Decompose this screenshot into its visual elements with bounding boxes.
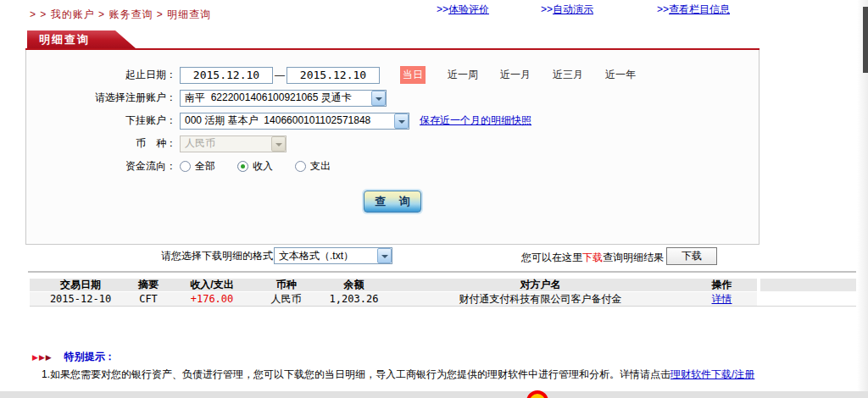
- cell-action: 详情: [687, 292, 757, 306]
- triple-arrow-icon: ▶▶▶: [32, 351, 53, 363]
- download-format-value: 文本格式（.txt）: [275, 249, 377, 263]
- chevron-down-icon: [271, 136, 286, 152]
- breadcrumb-item-account-query[interactable]: 账务查询: [108, 8, 153, 20]
- table-top-divider: [28, 271, 856, 273]
- table-row: 2015-12-10 CFT +176.00 人民币 1,203.26 财付通支…: [30, 292, 856, 307]
- link-prefix: >>: [437, 3, 448, 15]
- detail-query-panel: 明细查询 起止日期： — 当日 近一周 近一月 近三月 近一年 请选择注册账户：…: [25, 30, 760, 245]
- table-header-spacer: [760, 279, 856, 291]
- link-label: 自动演示: [553, 3, 593, 15]
- quick-range-week[interactable]: 近一周: [448, 68, 478, 82]
- radio-all[interactable]: [180, 161, 191, 172]
- cell-summary: CFT: [131, 292, 165, 306]
- breadcrumb: > > 我的账户 > 账务查询 > 明细查询: [30, 8, 211, 22]
- cell-balance: 1,203.26: [314, 292, 394, 306]
- cell-counterparty: 财付通支付科技有限公司客户备付金: [394, 292, 687, 306]
- download-format-select[interactable]: 文本格式（.txt）: [274, 247, 392, 264]
- header-date: 交易日期: [30, 279, 131, 291]
- chevron-down-icon[interactable]: [371, 91, 386, 106]
- header-balance: 余额: [314, 279, 394, 291]
- form-row-register-account: 请选择注册账户： 南平 6222001406100921065 灵通卡: [26, 86, 759, 109]
- currency-select-disabled: 人民币: [180, 135, 287, 152]
- breadcrumb-item-my-account[interactable]: 我的账户: [51, 8, 95, 20]
- form-row-fund-flow: 资金流向： 全部 收入 支出: [26, 155, 759, 178]
- chevron-down-icon[interactable]: [377, 248, 392, 263]
- page-root: > > 我的账户 > 账务查询 > 明细查询 >>体验评价 >>自动演示 >>查…: [0, 0, 868, 398]
- radio-expense-label[interactable]: 支出: [310, 159, 331, 174]
- table-header-row: 交易日期 摘要 收入/支出 币种 余额 对方户名 操作: [30, 279, 856, 291]
- notice-text: 1.如果您需要对您的银行资产、负债进行管理，您可以下载您的当日明细，导入工商银行…: [42, 368, 670, 380]
- notice-header: ▶▶▶ 特别提示：: [32, 350, 115, 364]
- sub-account-select[interactable]: 000 活期 基本户 1406600101102571848: [180, 113, 409, 130]
- download-format-label: 请您选择下载明细的格式: [161, 249, 273, 263]
- bottom-edge-strip: [0, 391, 868, 398]
- breadcrumb-item-detail-query[interactable]: 明细查询: [167, 8, 211, 20]
- quick-range-month[interactable]: 近一月: [500, 68, 531, 82]
- header-summary: 摘要: [131, 279, 165, 291]
- radio-expense[interactable]: [295, 161, 306, 172]
- download-button[interactable]: 下载: [666, 247, 717, 265]
- radio-all-label[interactable]: 全部: [195, 159, 215, 174]
- download-hint: 您可以在这里下载查询明细结果: [521, 251, 664, 265]
- cell-currency: 人民币: [259, 292, 314, 306]
- download-format-group: 请您选择下载明细的格式 文本格式（.txt）: [161, 247, 392, 264]
- sub-account-label: 下挂账户：: [26, 113, 176, 128]
- quick-range-today[interactable]: 当日: [400, 66, 426, 84]
- detail-link[interactable]: 详情: [712, 293, 732, 305]
- date-range-label: 起止日期：: [26, 68, 176, 82]
- date-to-input[interactable]: [287, 67, 380, 84]
- download-hint-suffix: 查询明细结果: [603, 252, 664, 263]
- fund-flow-radio-group: 全部 收入 支出: [180, 159, 353, 174]
- header-currency: 币种: [259, 279, 314, 291]
- cell-date: 2015-12-10: [30, 292, 131, 306]
- currency-value: 人民币: [181, 136, 271, 151]
- save-monthly-snapshot-link[interactable]: 保存近一个月的明细快照: [420, 113, 531, 128]
- results-table: 交易日期 摘要 收入/支出 币种 余额 对方户名 操作 2015-12-10 C…: [30, 279, 856, 307]
- notice-paragraph: 1.如果您需要对您的银行资产、负债进行管理，您可以下载您的当日明细，导入工商银行…: [30, 368, 757, 382]
- notice-title: 特别提示：: [64, 350, 115, 364]
- header-amount: 收入/支出: [165, 279, 259, 291]
- quick-range-year[interactable]: 近一年: [605, 68, 636, 82]
- breadcrumb-separator: >: [95, 8, 109, 20]
- query-form: 起止日期： — 当日 近一周 近一月 近三月 近一年 请选择注册账户： 南平 6…: [25, 50, 760, 245]
- register-account-label: 请选择注册账户：: [26, 91, 176, 105]
- download-hint-link[interactable]: 下载: [582, 252, 603, 263]
- link-label: 体验评价: [448, 3, 489, 15]
- form-row-dates: 起止日期： — 当日 近一周 近一月 近三月 近一年: [26, 64, 759, 86]
- link-auto-demo[interactable]: >>自动演示: [541, 3, 593, 17]
- header-counterparty: 对方户名: [394, 279, 687, 291]
- panel-tab-title: 明细查询: [27, 30, 136, 48]
- sub-account-value: 000 活期 基本户 1406600101102571848: [181, 113, 394, 128]
- register-account-value: 南平 6222001406100921065 灵通卡: [181, 91, 371, 105]
- fund-flow-label: 资金流向：: [26, 159, 176, 174]
- radio-income[interactable]: [237, 161, 248, 172]
- link-label: 查看栏目信息: [669, 3, 730, 15]
- finance-software-download-link[interactable]: 理财软件下载/注册: [670, 368, 754, 380]
- register-account-select[interactable]: 南平 6222001406100921065 灵通卡: [180, 90, 387, 107]
- cell-amount: +176.00: [165, 292, 259, 306]
- chevron-down-icon[interactable]: [394, 113, 409, 129]
- table-row-spacer: [760, 292, 856, 306]
- form-row-sub-account: 下挂账户： 000 活期 基本户 1406600101102571848 保存近…: [26, 109, 759, 132]
- query-button[interactable]: 查 询: [364, 191, 421, 213]
- download-hint-prefix: 您可以在这里: [521, 252, 582, 263]
- breadcrumb-separator: >: [153, 8, 167, 20]
- query-button-row: 查 询: [26, 191, 759, 213]
- currency-label: 币 种：: [26, 136, 176, 151]
- link-prefix: >>: [541, 3, 553, 15]
- date-from-input[interactable]: [180, 67, 273, 84]
- link-prefix: >>: [657, 3, 669, 15]
- date-separator: —: [273, 69, 287, 81]
- link-view-column-info[interactable]: >>查看栏目信息: [657, 3, 730, 17]
- quick-range-quarter[interactable]: 近三月: [553, 68, 583, 82]
- radio-income-label[interactable]: 收入: [253, 159, 273, 174]
- scrollbar-thumb[interactable]: [863, 7, 868, 73]
- form-row-currency: 币 种： 人民币: [26, 132, 759, 155]
- download-row: 请您选择下载明细的格式 文本格式（.txt） 您可以在这里下载查询明细结果 下载: [0, 247, 868, 266]
- header-action: 操作: [687, 279, 757, 291]
- breadcrumb-prefix: > >: [30, 8, 51, 20]
- link-experience-rating[interactable]: >>体验评价: [437, 3, 489, 17]
